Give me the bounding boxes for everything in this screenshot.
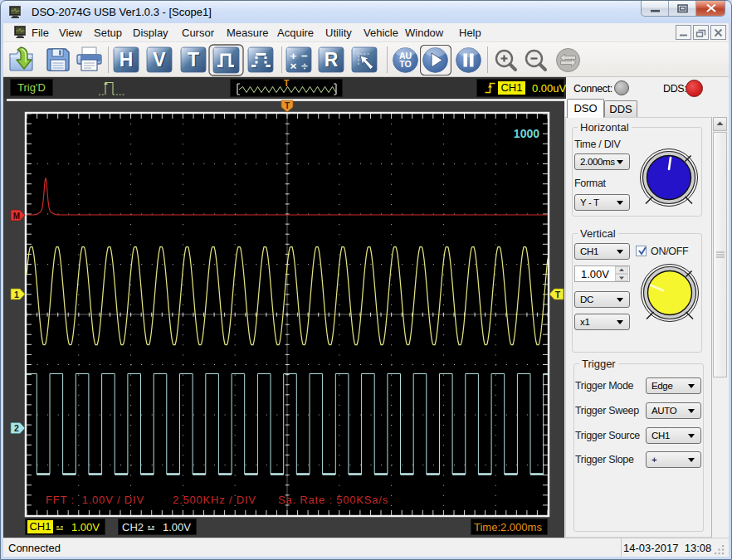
svg-text:2: 2 (14, 423, 19, 433)
svg-text:R: R (325, 49, 339, 71)
svg-text:×: × (290, 60, 297, 72)
svg-text:÷: ÷ (301, 60, 308, 72)
svg-text:TO: TO (399, 59, 411, 69)
svg-text:Sa. Rate : 500KSa/s: Sa. Rate : 500KSa/s (278, 494, 388, 506)
svg-text:M: M (13, 212, 20, 221)
svg-text:T: T (284, 78, 290, 88)
svg-text:1000: 1000 (514, 127, 539, 140)
svg-text:T: T (188, 49, 199, 71)
svg-text:H: H (120, 49, 134, 71)
svg-text:1: 1 (14, 290, 19, 299)
svg-text:T: T (285, 101, 290, 110)
svg-text:FFT : 1.00V / DIV: FFT : 1.00V / DIV (46, 494, 144, 506)
svg-text:2.500KHz / DIV: 2.500KHz / DIV (173, 494, 256, 506)
svg-text:V: V (153, 49, 166, 71)
svg-text:T: T (555, 290, 561, 299)
